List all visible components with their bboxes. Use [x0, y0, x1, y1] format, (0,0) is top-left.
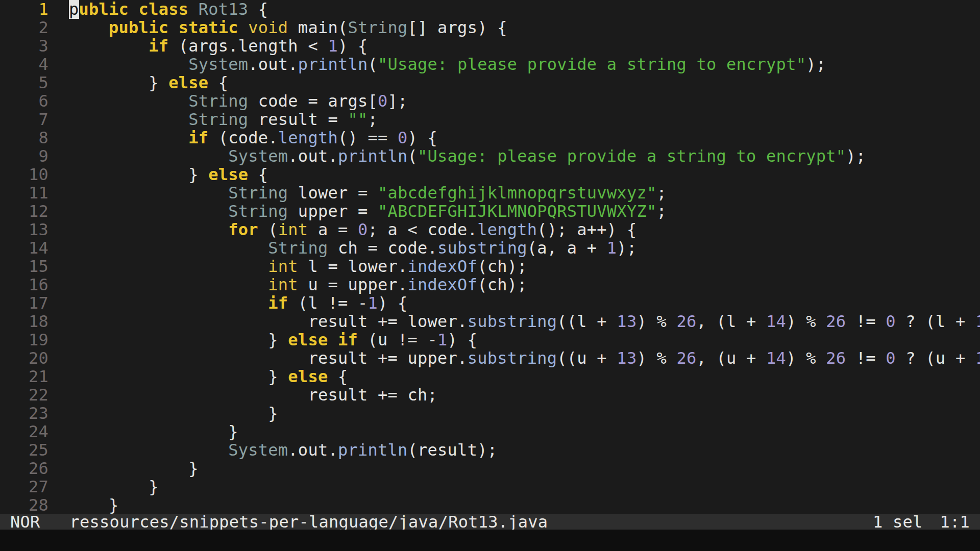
line-number: 7	[0, 110, 48, 129]
token-string: "abcdefghijklmnopqrstuvwxyz"	[378, 183, 656, 203]
code-line[interactable]: 4 System.out.println("Usage: please prov…	[0, 55, 980, 73]
code-line[interactable]: 17 if (l != -1) {	[0, 294, 980, 312]
token-string: "Usage: please provide a string to encry…	[418, 146, 846, 166]
line-number: 5	[0, 73, 48, 92]
token-number: 14	[766, 348, 786, 368]
code-text: result += ch;	[69, 386, 437, 404]
line-number: 18	[0, 312, 48, 331]
code-line[interactable]: 18 result += lower.substring((l + 13) % …	[0, 312, 980, 331]
code-line[interactable]: 22 result += ch;	[0, 386, 980, 404]
line-number: 6	[0, 92, 48, 110]
token-plain: result += upper.	[69, 348, 468, 368]
mode-indicator: NOR	[10, 514, 40, 530]
token-plain	[69, 257, 268, 276]
token-plain: );	[806, 55, 826, 74]
token-plain: (	[408, 146, 418, 166]
line-number: 19	[0, 331, 48, 349]
code-line[interactable]: 27 }	[0, 478, 980, 496]
code-line[interactable]: 3 if (args.length < 1) {	[0, 37, 980, 55]
line-number: 15	[0, 257, 48, 276]
code-line[interactable]: 16 int u = upper.indexOf(ch);	[0, 276, 980, 294]
token-plain	[69, 183, 228, 203]
code-line[interactable]: 28 }	[0, 496, 980, 514]
code-line[interactable]: 9 System.out.println("Usage: please prov…	[0, 147, 980, 165]
line-number: 9	[0, 147, 48, 165]
code-line[interactable]: 10 } else {	[0, 165, 980, 184]
code-line[interactable]: 21 } else {	[0, 367, 980, 386]
token-type: Rot13	[199, 0, 249, 19]
token-primitive: int	[268, 275, 298, 294]
line-number: 10	[0, 165, 48, 184]
code-text: System.out.println("Usage: please provid…	[69, 55, 826, 73]
line-number: 25	[0, 441, 48, 459]
token-plain	[69, 110, 188, 129]
cursor[interactable]: p	[69, 0, 79, 19]
code-line[interactable]: 8 if (code.length() == 0) {	[0, 129, 980, 147]
token-plain: (ch);	[477, 275, 527, 294]
token-plain: }	[69, 422, 238, 441]
code-buffer[interactable]: 1public class Rot13 {2 public static voi…	[0, 0, 980, 514]
code-line[interactable]: 19 } else if (u != -1) {	[0, 331, 980, 349]
line-number: 14	[0, 239, 48, 257]
code-line[interactable]: 20 result += upper.substring((u + 13) % …	[0, 349, 980, 367]
line-number: 8	[0, 129, 48, 147]
token-plain: .out.	[288, 146, 338, 166]
token-number: 26	[826, 348, 846, 368]
code-line[interactable]: 1public class Rot13 {	[0, 0, 980, 18]
token-function: substring	[437, 238, 527, 258]
token-number: 1	[368, 293, 378, 313]
line-number: 11	[0, 184, 48, 202]
line-number: 20	[0, 349, 48, 367]
code-line[interactable]: 26 }	[0, 459, 980, 478]
token-keyword: ublic	[79, 0, 129, 19]
token-plain: (u != -	[358, 330, 437, 349]
token-function: length	[477, 220, 537, 239]
token-plain: ;	[656, 183, 667, 203]
token-plain: ) {	[378, 293, 408, 313]
code-text: String upper = "ABCDEFGHIJKLMNOPQRSTUVWX…	[69, 202, 667, 220]
code-line[interactable]: 24 }	[0, 422, 980, 441]
code-text: for (int a = 0; a < code.length(); a++) …	[69, 220, 636, 239]
token-type: System	[228, 146, 288, 166]
token-plain: upper =	[288, 202, 378, 221]
line-number: 17	[0, 294, 48, 312]
code-line[interactable]: 7 String result = "";	[0, 110, 980, 129]
token-type: String	[188, 91, 248, 111]
token-number: 13	[617, 348, 636, 368]
token-plain: ? (u +	[896, 348, 975, 368]
token-plain: }	[69, 477, 159, 496]
editor-window: 1public class Rot13 {2 public static voi…	[0, 0, 980, 551]
token-plain: ) %	[636, 312, 676, 331]
code-line[interactable]: 2 public static void main(String[] args)…	[0, 18, 980, 37]
line-number: 23	[0, 404, 48, 422]
token-plain: );	[617, 238, 636, 258]
token-plain	[328, 330, 338, 349]
token-plain	[69, 146, 228, 166]
token-plain	[69, 440, 228, 460]
code-line[interactable]: 6 String code = args[0];	[0, 92, 980, 110]
line-number: 22	[0, 386, 48, 404]
token-plain: ];	[388, 91, 408, 111]
token-plain: ) {	[448, 330, 478, 349]
code-line[interactable]: 5 } else {	[0, 73, 980, 92]
token-plain: (args.length <	[168, 36, 328, 56]
code-text: result += lower.substring((l + 13) % 26,…	[69, 312, 980, 331]
code-line[interactable]: 11 String lower = "abcdefghijklmnopqrstu…	[0, 184, 980, 202]
code-line[interactable]: 25 System.out.println(result);	[0, 441, 980, 459]
code-line[interactable]: 14 String ch = code.substring(a, a + 1);	[0, 239, 980, 257]
token-plain: [] args) {	[408, 18, 507, 37]
code-line[interactable]: 13 for (int a = 0; a < code.length(); a+…	[0, 220, 980, 239]
code-line[interactable]: 15 int l = lower.indexOf(ch);	[0, 257, 980, 276]
token-number: 0	[398, 128, 408, 147]
line-number: 26	[0, 459, 48, 478]
token-keyword: if	[188, 128, 208, 147]
code-text: if (l != -1) {	[69, 294, 408, 312]
file-path: ressources/snippets-per-language/java/Ro…	[70, 514, 548, 530]
code-line[interactable]: 12 String upper = "ABCDEFGHIJKLMNOPQRSTU…	[0, 202, 980, 220]
line-number: 16	[0, 276, 48, 294]
code-line[interactable]: 23 }	[0, 404, 980, 422]
token-plain: (code.	[208, 128, 278, 147]
code-text: } else {	[69, 165, 268, 184]
token-number: 26	[676, 312, 696, 331]
code-text: int l = lower.indexOf(ch);	[69, 257, 527, 276]
